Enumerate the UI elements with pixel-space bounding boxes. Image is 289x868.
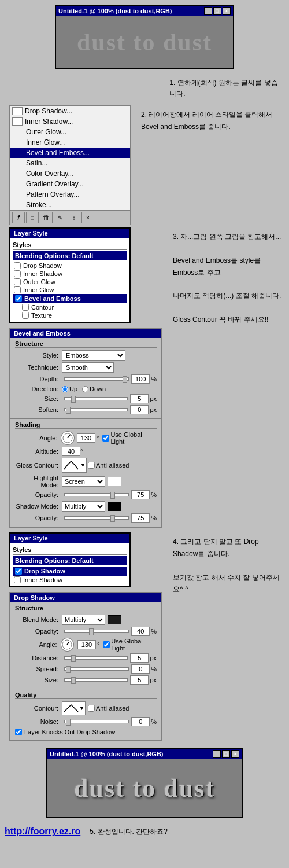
depth-slider[interactable] — [64, 377, 129, 381]
inner-shadow-checkbox-2[interactable] — [14, 576, 21, 583]
menu-item-inner-shadow[interactable]: Inner Shadow... — [10, 116, 130, 127]
menu-item-inner-glow[interactable]: Inner Glow... — [10, 137, 130, 148]
ds-opacity-value[interactable] — [131, 627, 150, 636]
blend-options-row[interactable]: Blending Options: Default — [13, 251, 127, 260]
shadow-opacity-value[interactable] — [131, 513, 150, 523]
contour-check-row[interactable]: Contour — [13, 303, 127, 311]
outer-glow-checkbox[interactable] — [14, 278, 21, 285]
new-layer-button[interactable]: □ — [26, 212, 39, 223]
maximize-button[interactable]: □ — [213, 7, 221, 15]
bevel-emboss-check-row[interactable]: Bevel and Emboss — [13, 294, 127, 303]
direction-radio-group: Up Down — [62, 385, 106, 392]
ds-contour-preview[interactable]: ▼ — [62, 701, 86, 715]
angle-dial[interactable] — [61, 431, 75, 445]
fx-icon[interactable]: f — [12, 212, 25, 223]
ds-size-slider[interactable] — [64, 678, 128, 682]
drop-shadow-panel: Drop Shadow Structure Blend Mode: Multip… — [9, 592, 162, 741]
delete-style-button[interactable]: 🗑 — [40, 212, 53, 223]
soften-slider[interactable] — [64, 408, 128, 411]
gloss-contour-preview[interactable]: ▼ — [62, 458, 87, 473]
texture-checkbox[interactable] — [22, 312, 29, 319]
highlight-color-swatch[interactable] — [108, 477, 121, 486]
ds-distance-value[interactable] — [130, 653, 149, 663]
direction-up-label[interactable]: Up — [62, 385, 77, 392]
altitude-value[interactable] — [62, 447, 80, 456]
close-button-top[interactable]: × — [223, 7, 231, 15]
inner-shadow-checkbox[interactable] — [14, 270, 21, 277]
anti-aliased-checkbox[interactable] — [88, 462, 95, 469]
depth-value[interactable] — [131, 374, 150, 384]
style-select[interactable]: Emboss — [62, 350, 125, 361]
drop-shadow-checkbox[interactable] — [14, 262, 21, 269]
menu-item-stroke[interactable]: Stroke... — [10, 200, 130, 210]
final-close-button[interactable]: × — [231, 750, 239, 758]
ds-contour-row: Contour: ▼ Anti-aliased — [15, 701, 157, 715]
ds-noise-value[interactable] — [131, 717, 150, 726]
layer-effects-menu: Drop Shadow... Inner Shadow... Outer Glo… — [9, 105, 131, 225]
size-slider[interactable] — [64, 397, 128, 400]
ds-global-light-checkbox[interactable] — [103, 641, 110, 648]
ds-blend-mode-select[interactable]: Multiply — [62, 615, 105, 625]
technique-select[interactable]: Smooth — [62, 362, 114, 373]
bevel-emboss-checkbox[interactable] — [15, 295, 22, 302]
final-minimize-button[interactable]: _ — [213, 750, 221, 758]
outer-glow-check-row[interactable]: Outer Glow — [13, 278, 127, 286]
ds-noise-unit: % — [151, 718, 157, 725]
url-link[interactable]: http://foorry.ez.ro — [0, 823, 85, 840]
shadow-opacity-slider[interactable] — [64, 516, 129, 520]
ds-angle-dial[interactable] — [61, 638, 74, 652]
ds-size-value[interactable] — [130, 675, 149, 685]
highlight-mode-select[interactable]: Screen — [62, 476, 105, 487]
sort-button[interactable]: ↕ — [68, 212, 80, 223]
soften-value[interactable] — [130, 405, 149, 414]
highlight-opacity-row: Opacity: % — [15, 490, 157, 499]
direction-up-radio[interactable] — [62, 386, 68, 392]
inner-shadow-check-row[interactable]: Inner Shadow — [13, 270, 127, 278]
direction-down-label[interactable]: Down — [82, 385, 106, 392]
highlight-opacity-value[interactable] — [131, 490, 150, 499]
ds-opacity-slider[interactable] — [64, 630, 129, 633]
eye-icon-inner-shadow — [12, 117, 23, 126]
menu-item-gradient-overlay[interactable]: Gradient Overlay... — [10, 179, 130, 189]
minimize-button[interactable]: _ — [204, 7, 212, 15]
inner-glow-checkbox[interactable] — [14, 286, 21, 293]
drop-shadow-check-row[interactable]: Drop Shadow — [13, 262, 127, 270]
menu-item-bevel-emboss[interactable]: Bevel and Emboss... — [10, 148, 130, 158]
ds-spread-slider[interactable] — [64, 667, 129, 671]
blend-options-row-2[interactable]: Blending Options: Default — [13, 556, 127, 565]
use-global-light-checkbox[interactable] — [102, 435, 109, 442]
menu-item-color-overlay[interactable]: Color Overlay... — [10, 168, 130, 179]
contour-checkbox[interactable] — [22, 304, 29, 311]
ds-distance-slider[interactable] — [64, 656, 128, 660]
ds-blend-color-swatch[interactable] — [108, 615, 121, 624]
menu-item-drop-shadow[interactable]: Drop Shadow... — [10, 106, 130, 116]
style-label: Style: — [15, 352, 58, 359]
highlight-opacity-slider[interactable] — [64, 493, 129, 496]
direction-down-radio[interactable] — [82, 386, 88, 392]
inner-shadow-check-row-2[interactable]: Inner Shadow — [13, 576, 127, 584]
size-value[interactable] — [130, 394, 149, 403]
shadow-color-swatch[interactable] — [108, 502, 121, 511]
menu-item-pattern-overlay[interactable]: Pattern Overlay... — [10, 189, 130, 200]
menu-item-satin[interactable]: Satin... — [10, 158, 130, 168]
shadow-mode-select[interactable]: Multiply — [62, 501, 105, 512]
texture-check-row[interactable]: Texture — [13, 311, 127, 319]
edit-style-button[interactable]: ✎ — [54, 212, 66, 223]
final-maximize-button[interactable]: □ — [222, 750, 230, 758]
ds-layer-knocks-checkbox[interactable] — [15, 729, 22, 735]
bevel-emboss-panel: Bevel and Emboss Structure Style: Emboss… — [9, 328, 162, 528]
layer-style-title: Layer Style — [10, 229, 129, 238]
ds-noise-slider[interactable] — [64, 720, 129, 723]
menu-item-outer-glow[interactable]: Outer Glow... — [10, 127, 130, 137]
ds-anti-aliased-checkbox[interactable] — [88, 705, 95, 712]
depth-row: Depth: % — [15, 374, 157, 384]
drop-shadow-checkbox-2[interactable] — [15, 568, 22, 575]
ds-spread-value[interactable] — [131, 664, 150, 674]
drop-shadow-check-row-2[interactable]: Drop Shadow — [13, 567, 127, 576]
inner-glow-check-row[interactable]: Inner Glow — [13, 286, 127, 294]
close-toolbar-button[interactable]: × — [81, 212, 94, 223]
ds-angle-value[interactable] — [77, 640, 96, 649]
drop-shadow-title: Drop Shadow — [10, 593, 161, 602]
ds-blend-mode-label: Blend Mode: — [15, 616, 58, 623]
angle-value[interactable] — [77, 433, 95, 443]
